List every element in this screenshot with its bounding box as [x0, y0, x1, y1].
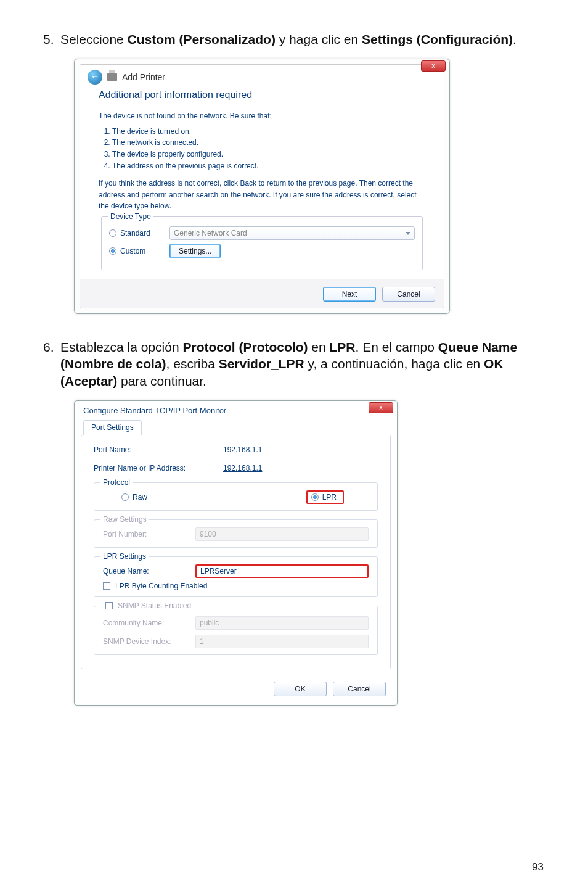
settings-button[interactable]: Settings...: [169, 244, 221, 258]
checkbox-icon[interactable]: [103, 582, 110, 590]
instruction-paragraph: If you think the address is not correct,…: [99, 178, 425, 212]
s6-m2: . En el campo: [356, 340, 438, 354]
rawport-value: 9100: [200, 530, 216, 538]
step5-instruction: 5. Seleccione Custom (Personalizado) y h…: [43, 31, 545, 47]
close-icon[interactable]: x: [369, 402, 393, 413]
standard-radio-label[interactable]: Standard: [109, 228, 163, 239]
printer-label: Printer Name or IP Address:: [94, 464, 223, 472]
s6-m4: y, a continuación, haga clic en: [304, 357, 484, 371]
s6-pre: Establezca la opción: [60, 340, 182, 354]
check-item-4: The address on the previous page is corr…: [112, 160, 425, 172]
lpr-settings-group: LPR Settings Queue Name: LPRServer LPR B…: [94, 556, 378, 597]
raw-settings-title: Raw Settings: [100, 515, 149, 524]
snmpidx-input: 1: [195, 635, 369, 648]
queue-label: Queue Name:: [103, 567, 195, 576]
dialog-inner: ← Add Printer Additional port informatio…: [80, 64, 444, 308]
s6-post: para continuar.: [117, 374, 206, 388]
lpr-highlight: LPR: [306, 490, 344, 504]
step5-bold2: Settings (Configuración): [362, 32, 513, 46]
notfound-text: The device is not found on the network. …: [99, 110, 425, 122]
custom-text: Custom: [120, 245, 145, 257]
s6-b2: LPR: [330, 340, 356, 354]
cancel-label: Cancel: [397, 290, 420, 299]
lpr-settings-title: LPR Settings: [100, 552, 149, 561]
step5-pre: Seleccione: [60, 32, 128, 46]
step5-body: Seleccione Custom (Personalizado) y haga…: [60, 31, 545, 47]
ok-button[interactable]: OK: [274, 682, 327, 696]
dialog-heading: Additional port information required: [80, 88, 444, 107]
step6-body: Establezca la opción Protocol (Protocolo…: [60, 339, 545, 389]
port-settings-panel: Port Name: 192.168.1.1 Printer Name or I…: [81, 435, 391, 669]
community-value: public: [200, 619, 219, 627]
radio-icon: [311, 493, 319, 501]
custom-radio-label[interactable]: Custom: [109, 245, 163, 257]
step6-instruction: 6. Establezca la opción Protocol (Protoc…: [43, 339, 545, 389]
checkbox-icon[interactable]: [105, 602, 113, 609]
lpr-radio[interactable]: LPR: [311, 493, 337, 501]
dialog-body: The device is not found on the network. …: [80, 107, 444, 279]
radio-icon: [109, 229, 116, 237]
device-type-title: Device Type: [108, 211, 153, 223]
s6-m3: , escriba: [166, 357, 219, 371]
protocol-title: Protocol: [100, 478, 133, 487]
dlg2-title: Configure Standard TCP/IP Port Monitor: [75, 401, 397, 415]
step5-mid: y haga clic en: [276, 32, 362, 46]
check-item-1: The device is turned on.: [112, 126, 425, 138]
back-icon[interactable]: ←: [88, 70, 102, 85]
s6-m1: en: [308, 340, 329, 354]
device-type-group: Device Type Standard Generic Network Car…: [101, 216, 423, 270]
queue-value: LPRServer: [200, 567, 237, 576]
protocol-group: Protocol Raw LPR: [94, 482, 378, 511]
lpr-label: LPR: [322, 493, 337, 501]
check-item-2: The network is connected.: [112, 137, 425, 149]
snmp-group: SNMP Status Enabled Community Name: publ…: [94, 606, 378, 655]
dlg2-footer: OK Cancel: [75, 675, 397, 705]
check-item-3: The device is properly configured.: [112, 149, 425, 160]
portname-label: Port Name:: [94, 445, 223, 454]
snmp-title: SNMP Status Enabled: [118, 601, 191, 610]
raw-radio[interactable]: Raw: [121, 490, 147, 504]
step6-number: 6.: [43, 339, 60, 389]
raw-label: Raw: [133, 493, 147, 501]
cancel-label: Cancel: [348, 685, 370, 693]
ok-label: OK: [295, 685, 305, 693]
dialog-title: Add Printer: [122, 72, 165, 82]
standard-text: Standard: [120, 228, 150, 239]
next-label: Next: [342, 290, 357, 299]
radio-icon: [121, 493, 129, 501]
portname-value: 192.168.1.1: [223, 445, 262, 454]
cancel-button[interactable]: Cancel: [382, 287, 435, 302]
step5-post: .: [513, 32, 517, 46]
queue-input[interactable]: LPRServer: [195, 564, 369, 578]
page-number: 93: [532, 861, 544, 873]
footer-rule: [43, 856, 545, 856]
port-settings-tab[interactable]: Port Settings: [83, 420, 142, 435]
community-label: Community Name:: [103, 619, 195, 627]
byte-label: LPR Byte Counting Enabled: [115, 582, 207, 590]
rawport-input: 9100: [195, 527, 369, 541]
snmpidx-label: SNMP Device Index:: [103, 637, 195, 646]
snmpidx-value: 1: [200, 637, 204, 646]
next-button[interactable]: Next: [323, 287, 376, 302]
checklist: The device is turned on. The network is …: [99, 126, 425, 171]
printer-icon: [107, 73, 117, 81]
combo-value: Generic Network Card: [174, 228, 247, 239]
step5-bold1: Custom (Personalizado): [128, 32, 276, 46]
radio-icon: [109, 247, 116, 255]
community-input: public: [195, 616, 369, 630]
raw-settings-group: Raw Settings Port Number: 9100: [94, 519, 378, 548]
cancel-button[interactable]: Cancel: [333, 682, 386, 696]
dialog-footer: Next Cancel: [80, 279, 444, 308]
dialog-titlebar: ← Add Printer: [80, 65, 444, 88]
port-monitor-dialog: x Configure Standard TCP/IP Port Monitor…: [74, 400, 398, 706]
s6-b1: Protocol (Protocolo): [182, 340, 308, 354]
rawport-label: Port Number:: [103, 530, 195, 538]
settings-label: Settings...: [179, 245, 211, 257]
close-icon[interactable]: x: [421, 60, 446, 72]
device-combo[interactable]: Generic Network Card: [169, 226, 415, 240]
printer-value: 192.168.1.1: [223, 464, 262, 472]
add-printer-dialog: x ← Add Printer Additional port informat…: [74, 59, 450, 314]
step5-number: 5.: [43, 31, 60, 47]
s6-b4: Servidor_LPR: [219, 357, 304, 371]
